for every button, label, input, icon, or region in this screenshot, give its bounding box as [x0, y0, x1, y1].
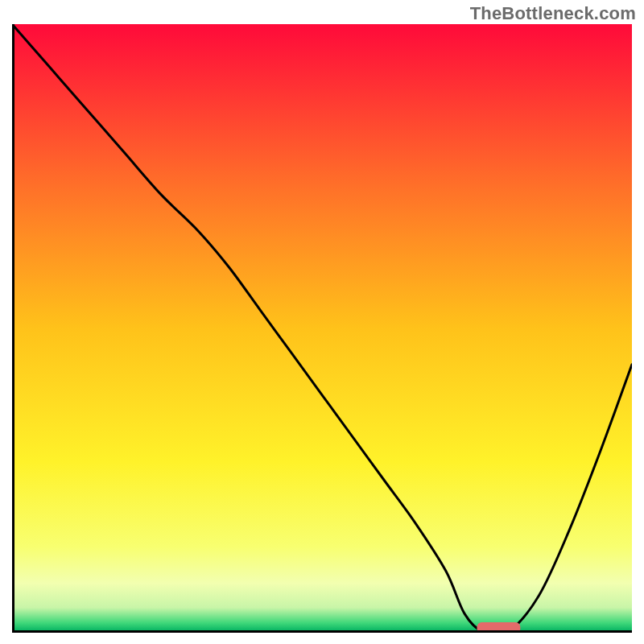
watermark-label: TheBottleneck.com [470, 3, 636, 24]
gradient-background [12, 24, 632, 632]
x-axis [12, 630, 632, 633]
chart-container: TheBottleneck.com [0, 0, 644, 644]
plot-svg [12, 24, 632, 632]
plot-area [12, 24, 632, 632]
y-axis [12, 24, 14, 633]
